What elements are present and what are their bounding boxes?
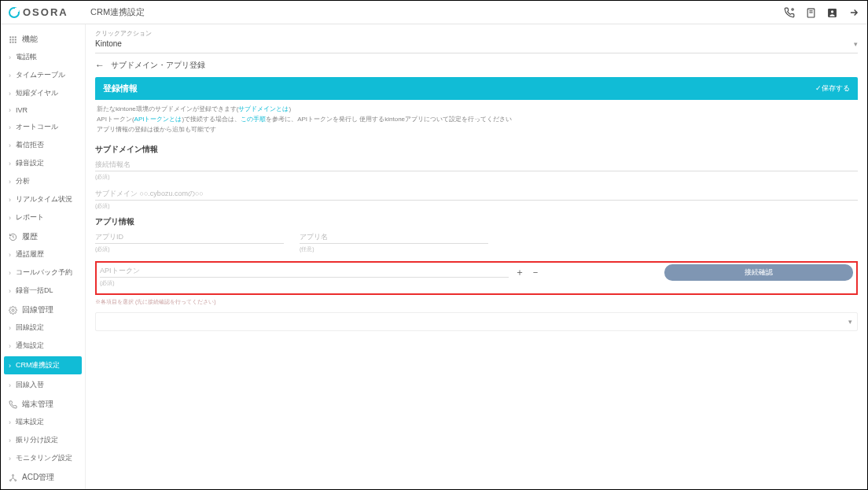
svg-rect-14 <box>15 42 17 43</box>
sidebar-item[interactable]: ›回線入替 <box>1 376 85 394</box>
sidebar-item[interactable]: ›分析 <box>1 172 85 190</box>
remove-token-icon[interactable]: － <box>531 266 540 279</box>
chevron-right-icon: › <box>9 123 11 131</box>
click-action-label: クリックアクション <box>95 29 858 38</box>
section-icon <box>9 473 17 483</box>
field-subdomain: (必須) <box>95 187 858 210</box>
sidebar-item[interactable]: ›オートコール <box>1 118 85 136</box>
sidebar-item[interactable]: ›コールバック予約 <box>1 263 85 282</box>
sidebar-item[interactable]: ›通話履歴 <box>1 245 85 263</box>
sidebar-item[interactable]: ›着信拒否 <box>1 136 85 154</box>
svg-rect-8 <box>15 37 17 39</box>
link-subdomain-help[interactable]: サブドメインとは <box>238 105 289 112</box>
chevron-right-icon: › <box>9 251 11 259</box>
panel-header: 登録情報 ✓保存する <box>95 77 858 100</box>
app-name-hint: (任意) <box>300 245 488 253</box>
sidebar-item[interactable]: ›スキルグループ設定 <box>1 486 85 489</box>
sidebar-item[interactable]: ›録音設定 <box>1 154 85 172</box>
sidebar-item-label: 通知設定 <box>16 341 44 351</box>
chevron-right-icon: › <box>9 53 11 61</box>
sidebar-item[interactable]: ›電話帳 <box>1 48 85 66</box>
sub-title: サブドメイン・アプリ登録 <box>111 60 205 71</box>
sidebar-item[interactable]: ›短縮ダイヤル <box>1 84 85 102</box>
connection-name-input[interactable] <box>95 158 858 171</box>
sidebar-item-label: 端末設定 <box>16 417 44 427</box>
field-app-name: (任意) <box>300 230 488 253</box>
sidebar-item[interactable]: ›通知設定 <box>1 337 85 355</box>
topbar-icons <box>784 6 859 19</box>
note-text: ※各項目を選択 (先に接続確認を行ってください) <box>95 298 858 306</box>
subdomain-input[interactable] <box>95 187 858 201</box>
field-app-id: (必須) <box>95 230 284 253</box>
phone-settings-icon[interactable] <box>784 6 795 19</box>
sidebar-item[interactable]: ›モニタリング設定 <box>1 449 85 467</box>
section-label: 機能 <box>22 34 38 45</box>
sidebar-item[interactable]: ›リアルタイム状況 <box>1 190 85 208</box>
subdomain-hint: (必須) <box>95 202 858 210</box>
subdomain-section-title: サブドメイン情報 <box>95 144 858 155</box>
sidebar-item-label: コールバック予約 <box>16 267 72 278</box>
back-arrow-icon[interactable]: ← <box>95 60 105 71</box>
svg-rect-12 <box>9 42 11 43</box>
app-id-input[interactable] <box>95 230 284 244</box>
app-name-input[interactable] <box>300 230 488 244</box>
section-icon <box>9 232 17 242</box>
save-button[interactable]: ✓保存する <box>815 83 850 94</box>
sidebar-item-label: 通話履歴 <box>16 249 44 260</box>
sidebar-item[interactable]: ›レポート <box>1 208 85 227</box>
collapsed-panel[interactable]: ▾ <box>95 312 858 331</box>
chevron-right-icon: › <box>9 106 11 114</box>
sidebar-item[interactable]: ›IVR <box>1 102 85 118</box>
user-icon[interactable] <box>827 6 837 19</box>
notes-icon[interactable] <box>806 6 816 19</box>
link-procedure[interactable]: この手順 <box>241 116 266 123</box>
sidebar-item[interactable]: ›回線設定 <box>1 319 85 337</box>
sidebar-item[interactable]: ›振り分け設定 <box>1 431 85 449</box>
sidebar-item-label: タイムテーブル <box>16 70 65 80</box>
add-token-icon[interactable]: ＋ <box>515 266 524 279</box>
topbar: OSORA CRM連携設定 <box>1 1 867 24</box>
api-token-hint: (必須) <box>100 279 509 287</box>
chevron-right-icon: › <box>9 342 11 350</box>
chevron-right-icon: › <box>9 324 11 332</box>
sidebar-item-label: 録音一括DL <box>16 286 53 296</box>
app-id-hint: (必須) <box>95 245 284 253</box>
link-apitoken-help[interactable]: APIトークンとは <box>134 116 182 123</box>
svg-point-16 <box>13 475 14 477</box>
app-section-title: アプリ情報 <box>95 216 858 227</box>
brand-text: OSORA <box>23 6 68 18</box>
connection-check-button[interactable]: 接続確認 <box>664 264 853 281</box>
sidebar-item-label: 録音設定 <box>16 158 44 168</box>
chevron-right-icon: › <box>9 90 11 98</box>
chevron-right-icon: › <box>9 287 11 295</box>
sidebar-item[interactable]: ›録音一括DL <box>1 282 85 300</box>
svg-rect-7 <box>13 37 14 39</box>
sidebar-item-label: リアルタイム状況 <box>16 194 72 204</box>
sidebar-item-label: オートコール <box>16 122 58 132</box>
svg-rect-6 <box>9 37 11 39</box>
logout-icon[interactable] <box>848 6 859 19</box>
svg-point-0 <box>792 9 793 10</box>
kintone-select[interactable]: Kintone ▾ <box>95 39 858 53</box>
section-label: 履歴 <box>22 231 38 242</box>
sidebar-item-label: IVR <box>16 106 28 114</box>
chevron-right-icon: › <box>9 362 11 370</box>
svg-point-5 <box>831 10 833 13</box>
api-token-input[interactable] <box>100 264 509 278</box>
section-label: ACD管理 <box>22 472 54 483</box>
sidebar-item[interactable]: ›端末設定 <box>1 413 85 431</box>
chevron-right-icon: › <box>9 72 11 79</box>
chevron-right-icon: › <box>9 142 11 149</box>
svg-point-15 <box>12 309 14 311</box>
sidebar-section: 回線管理 <box>1 300 85 319</box>
sidebar-item-label: モニタリング設定 <box>16 453 72 463</box>
chevron-right-icon: › <box>9 214 11 222</box>
highlighted-token-area: (必須) ＋ － 接続確認 <box>95 261 858 295</box>
sidebar-section: 履歴 <box>1 227 85 245</box>
chevron-right-icon: › <box>9 437 11 444</box>
sidebar-item[interactable]: ›CRM連携設定 <box>4 356 82 374</box>
logo-icon <box>9 7 20 18</box>
sidebar-section: ACD管理 <box>1 467 85 486</box>
sidebar-item[interactable]: ›タイムテーブル <box>1 66 85 84</box>
chevron-right-icon: › <box>9 455 11 462</box>
